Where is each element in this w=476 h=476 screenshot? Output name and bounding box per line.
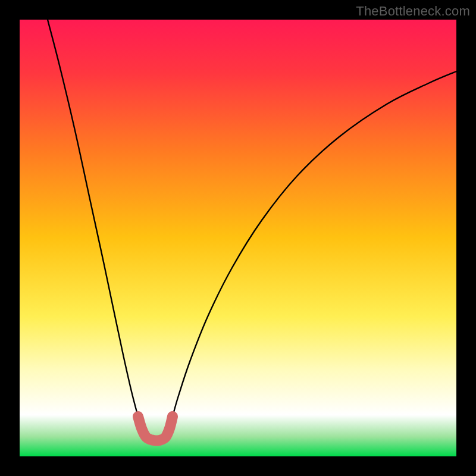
plot-gradient-background bbox=[20, 20, 456, 456]
watermark-text: TheBottleneck.com bbox=[356, 4, 470, 19]
chart-frame bbox=[0, 0, 476, 476]
chart-svg bbox=[0, 0, 476, 476]
